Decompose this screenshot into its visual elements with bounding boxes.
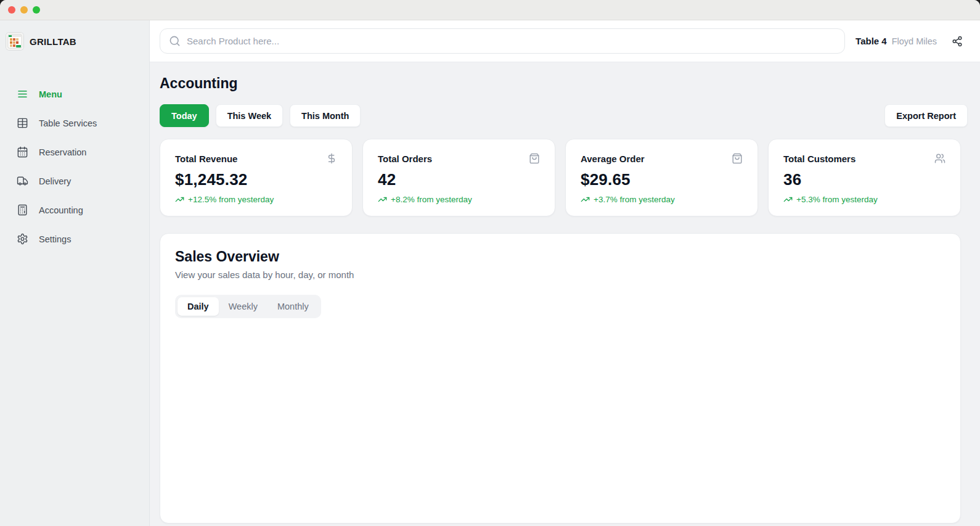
stat-card-average-order: Average Order $29.65 +3.7% from yesterda…: [565, 139, 758, 216]
sales-overview-title: Sales Overview: [175, 249, 945, 265]
stat-change: +3.7% from yesterday: [581, 195, 743, 204]
sales-overview-card: Sales Overview View your sales data by h…: [160, 233, 961, 524]
sidebar-item-menu[interactable]: Menu: [0, 80, 149, 109]
zoom-window-button[interactable]: [33, 6, 40, 14]
stat-title: Total Customers: [783, 154, 855, 164]
trending-up-icon: [378, 195, 387, 204]
search-icon: [169, 35, 181, 47]
stat-change: +5.3% from yesterday: [783, 195, 945, 204]
sidebar-item-label: Accounting: [39, 205, 83, 215]
sales-chart-area: [175, 318, 945, 503]
stat-change: +12.5% from yesterday: [175, 195, 337, 204]
sidebar-nav: Menu Table Services Reservation Delivery…: [0, 80, 149, 253]
export-report-button[interactable]: Export Report: [884, 104, 968, 127]
brand-name: GRILLTAB: [30, 36, 76, 47]
stat-value: 42: [378, 170, 540, 189]
topbar: Table 4 Floyd Miles: [150, 20, 980, 62]
sales-period-tabs: Daily Weekly Monthly: [175, 295, 321, 318]
sidebar-item-label: Settings: [39, 234, 71, 244]
truck-icon: [17, 175, 28, 187]
stat-change: +8.2% from yesterday: [378, 195, 540, 204]
stat-title: Total Orders: [378, 154, 432, 164]
dollar-icon: [326, 153, 337, 164]
calendar-icon: [17, 146, 28, 158]
search-box[interactable]: [160, 28, 845, 54]
close-window-button[interactable]: [8, 6, 15, 14]
filter-row: Today This Week This Month Export Report: [160, 104, 961, 127]
sidebar-item-label: Delivery: [39, 176, 71, 186]
app-logo: [6, 33, 23, 50]
stat-card-total-revenue: Total Revenue $1,245.32 +12.5% from yest…: [160, 139, 353, 216]
stat-value: 36: [783, 170, 945, 189]
page-title: Accounting: [160, 75, 961, 92]
sidebar-item-label: Reservation: [39, 147, 86, 157]
stat-card-total-orders: Total Orders 42 +8.2% from yesterday: [362, 139, 555, 216]
sidebar-item-reservation[interactable]: Reservation: [0, 138, 149, 166]
sidebar-item-label: Table Services: [39, 118, 97, 128]
sales-overview-subtitle: View your sales data by hour, day, or mo…: [175, 269, 945, 280]
sidebar: GRILLTAB Menu Table Services Reservation: [0, 20, 150, 526]
trending-up-icon: [783, 195, 793, 204]
filter-today-button[interactable]: Today: [160, 104, 209, 127]
filter-this-week-button[interactable]: This Week: [216, 104, 283, 127]
stat-title: Total Revenue: [175, 154, 237, 164]
stat-card-total-customers: Total Customers 36 +5.3% from yesterday: [768, 139, 961, 216]
table-label: Table 4: [855, 36, 887, 46]
minimize-window-button[interactable]: [20, 6, 28, 14]
trending-up-icon: [581, 195, 590, 204]
sidebar-item-accounting[interactable]: Accounting: [0, 195, 149, 224]
stat-value: $29.65: [581, 170, 743, 189]
share-icon: [952, 36, 963, 47]
stat-title: Average Order: [581, 154, 645, 164]
content-area: Accounting Today This Week This Month Ex…: [150, 62, 980, 526]
macos-titlebar: [0, 0, 980, 20]
stats-row: Total Revenue $1,245.32 +12.5% from yest…: [160, 139, 961, 216]
tab-weekly[interactable]: Weekly: [219, 297, 267, 316]
app-window: GRILLTAB Menu Table Services Reservation: [0, 0, 980, 526]
brand: GRILLTAB: [0, 20, 149, 56]
stat-value: $1,245.32: [175, 170, 337, 189]
users-icon: [934, 153, 945, 164]
sidebar-item-settings[interactable]: Settings: [0, 224, 149, 253]
filter-this-month-button[interactable]: This Month: [290, 104, 361, 127]
calculator-icon: [17, 204, 28, 216]
table-icon: [17, 117, 28, 129]
tab-monthly[interactable]: Monthly: [267, 297, 319, 316]
menu-icon: [17, 88, 28, 100]
shopping-bag-icon: [732, 153, 743, 164]
server-name: Floyd Miles: [892, 36, 937, 46]
trending-up-icon: [175, 195, 184, 204]
search-input[interactable]: [187, 36, 836, 46]
share-button[interactable]: [952, 36, 963, 47]
gear-icon: [17, 233, 28, 245]
tab-daily[interactable]: Daily: [178, 297, 219, 316]
sidebar-item-delivery[interactable]: Delivery: [0, 166, 149, 195]
sidebar-item-table-services[interactable]: Table Services: [0, 109, 149, 138]
shopping-bag-icon: [529, 153, 540, 164]
sidebar-item-label: Menu: [39, 89, 62, 99]
